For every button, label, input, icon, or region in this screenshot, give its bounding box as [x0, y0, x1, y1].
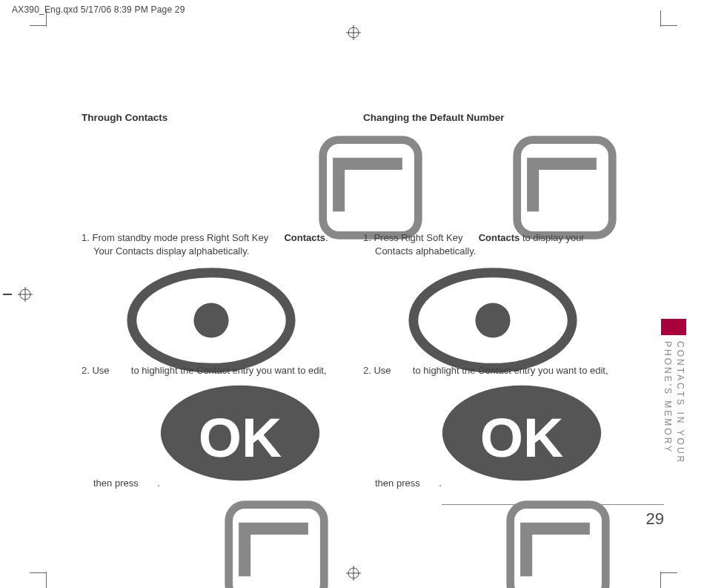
ui-label: Contacts [479, 232, 520, 243]
ui-label: Contacts [284, 232, 325, 243]
step: 2. Use to highlight the Contact entry yo… [82, 265, 341, 489]
registration-mark-left [3, 287, 18, 302]
soft-key-icon [459, 497, 469, 507]
text: 1. From standby mode press Right Soft Ke… [82, 232, 271, 243]
crop-tick [30, 25, 46, 26]
page-number: 29 [646, 509, 664, 529]
crop-tick [46, 10, 47, 27]
text: PHONE'S MEMORY [663, 341, 673, 454]
crop-tick [30, 572, 46, 573]
nav-key-icon [394, 265, 410, 275]
ok-key-icon [141, 377, 157, 388]
text: . [439, 478, 442, 489]
crop-tick [661, 25, 677, 26]
section-tab: CONTACTS IN YOUR PHONE'S MEMORY [661, 319, 686, 464]
crop-tick [660, 10, 661, 27]
step: 3. Press Left Soft Key Edit. [82, 497, 341, 588]
soft-key-icon [465, 132, 476, 142]
section-tab-bar [661, 319, 686, 335]
text: 1. Press Right Soft Key [363, 232, 465, 243]
page-content: Through Contacts 1. From standby mode pr… [82, 111, 623, 588]
nav-key-icon [112, 265, 128, 275]
section-tab-label: CONTACTS IN YOUR PHONE'S MEMORY [661, 341, 686, 464]
step: 1. Press Right Soft Key Contacts to disp… [363, 132, 623, 257]
right-column: Changing the Default Number 1. Press Rig… [363, 111, 623, 588]
step: 2. Use to highlight the Contact entry yo… [363, 265, 623, 489]
left-column: Through Contacts 1. From standby mode pr… [82, 111, 341, 588]
step: 3. Press Left Soft Key Edit. [363, 497, 623, 588]
page-number-rule [442, 504, 664, 505]
text: CONTACTS IN YOUR [675, 341, 686, 464]
print-job-header: AX390_Eng.qxd 5/17/06 8:39 PM Page 29 [12, 4, 185, 15]
crop-tick [46, 572, 47, 588]
heading-through-contacts: Through Contacts [82, 111, 341, 125]
step: 1. From standby mode press Right Soft Ke… [82, 132, 341, 257]
soft-key-icon [271, 132, 282, 142]
soft-key-icon [177, 497, 187, 507]
ok-key-icon [422, 377, 439, 388]
registration-mark-top [346, 25, 361, 40]
text: . [157, 478, 160, 489]
heading-changing-default: Changing the Default Number [363, 111, 623, 125]
